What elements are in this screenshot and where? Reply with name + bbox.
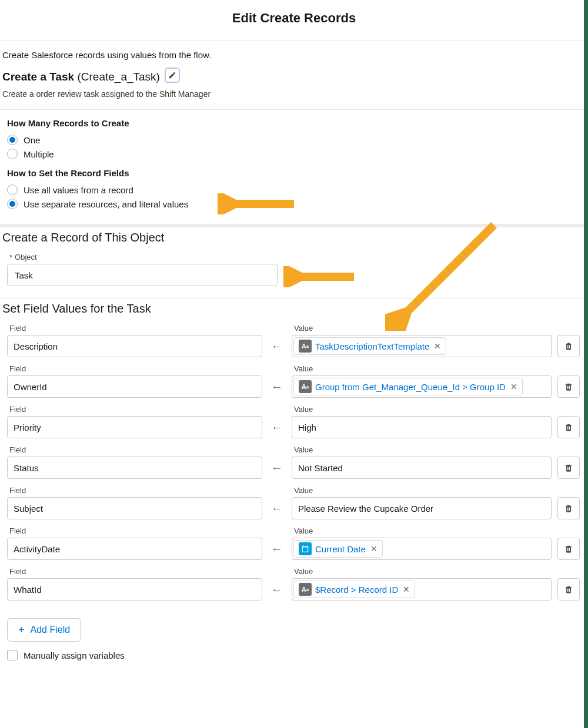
radio-multiple-label: Multiple — [24, 149, 54, 159]
field-input[interactable]: Description — [7, 335, 262, 357]
radio-multiple[interactable] — [7, 149, 18, 159]
field-input[interactable]: ActivityDate — [7, 538, 262, 560]
radio-one[interactable] — [7, 135, 18, 145]
delete-row-button[interactable] — [557, 416, 580, 438]
radio-separate[interactable] — [7, 199, 18, 209]
value-label: Value — [294, 364, 549, 373]
manual-assign-label: Manually assign variables — [24, 650, 125, 660]
value-pill[interactable]: Aa TaskDescriptionTextTemplate ✕ — [293, 337, 446, 355]
edit-label-button[interactable] — [165, 68, 179, 82]
field-input[interactable]: Status — [7, 457, 262, 479]
field-label: Field — [9, 445, 260, 454]
value-input[interactable]: Aa Group from Get_Manager_Queue_Id > Gro… — [292, 375, 552, 398]
manual-assign-checkbox[interactable] — [7, 650, 18, 660]
field-label: Field — [9, 324, 260, 333]
pill-label: Current Date — [315, 544, 366, 554]
value-pill[interactable]: Aa $Record > Record ID ✕ — [293, 581, 415, 598]
value-pill[interactable]: Aa Group from Get_Manager_Queue_Id > Gro… — [293, 378, 523, 395]
value-input[interactable]: Aa TaskDescriptionTextTemplate ✕ — [292, 335, 552, 357]
value-input[interactable]: Not Started — [292, 457, 552, 479]
pill-remove-icon[interactable]: ✕ — [433, 341, 441, 351]
how-set-radio-group: Use all values from a record Use separat… — [7, 183, 581, 211]
pill-label: TaskDescriptionTextTemplate — [315, 341, 429, 351]
field-row: Field Status ← Value Not Started — [7, 445, 581, 479]
assign-arrow-icon: ← — [268, 457, 286, 479]
field-label: Field — [9, 567, 260, 576]
field-name: Status — [14, 463, 39, 473]
radio-use-all[interactable] — [7, 184, 18, 195]
field-name: Subject — [14, 504, 43, 514]
value-label: Value — [294, 526, 549, 535]
pill-label: Group from Get_Manager_Queue_Id > Group … — [315, 382, 506, 392]
field-name: Description — [14, 341, 58, 351]
field-row: Field Priority ← Value High — [7, 405, 581, 438]
delete-row-button[interactable] — [557, 457, 580, 479]
field-row: Field Subject ← Value Please Review the … — [7, 486, 581, 519]
delete-row-button[interactable] — [557, 538, 580, 560]
pill-label: $Record > Record ID — [315, 585, 398, 595]
assign-arrow-icon: ← — [268, 497, 286, 519]
pencil-icon — [168, 71, 176, 79]
value-input[interactable]: Aa $Record > Record ID ✕ — [292, 578, 552, 600]
value-pill[interactable]: Current Date ✕ — [293, 540, 383, 558]
assign-arrow-icon: ← — [268, 335, 286, 357]
element-description: Create a order review task assigned to t… — [0, 83, 588, 110]
element-api-name: (Create_a_Task) — [77, 71, 159, 83]
radio-one-label: One — [24, 135, 40, 145]
fields-section-heading: Set Field Values for the Task — [2, 302, 588, 316]
field-row: Field WhatId ← Value Aa $Record > Record… — [7, 567, 581, 600]
value-label: Value — [294, 405, 549, 414]
field-label: Field — [9, 364, 260, 373]
delete-row-button[interactable] — [557, 375, 580, 398]
delete-row-button[interactable] — [557, 497, 580, 519]
object-section-heading: Create a Record of This Object — [2, 231, 588, 244]
value-text: High — [298, 422, 316, 432]
delete-row-button[interactable] — [557, 578, 580, 600]
assign-arrow-icon: ← — [268, 375, 286, 398]
radio-use-all-label: Use all values from a record — [24, 185, 133, 195]
value-input[interactable]: Current Date ✕ — [292, 538, 552, 560]
field-row: Field OwnerId ← Value Aa Group from Get_… — [7, 364, 581, 398]
element-label: Create a Task — [2, 71, 74, 83]
value-text: Please Review the Cupcake Order — [298, 504, 433, 514]
pill-remove-icon[interactable]: ✕ — [402, 585, 410, 594]
field-label: Field — [9, 486, 260, 495]
window-edge — [584, 0, 588, 672]
field-name: OwnerId — [14, 382, 47, 392]
field-label: Field — [9, 526, 260, 535]
value-label: Value — [294, 486, 549, 495]
field-row: Field Description ← Value Aa TaskDescrip… — [7, 324, 581, 357]
intro-text: Create Salesforce records using values f… — [0, 41, 588, 60]
pill-remove-icon[interactable]: ✕ — [509, 382, 517, 391]
field-input[interactable]: OwnerId — [7, 375, 262, 398]
field-name: Priority — [14, 422, 41, 432]
how-many-heading: How Many Records to Create — [7, 118, 581, 128]
field-input[interactable]: Priority — [7, 416, 262, 438]
assign-arrow-icon: ← — [268, 578, 286, 600]
add-field-label: Add Field — [31, 625, 71, 635]
value-input[interactable]: Please Review the Cupcake Order — [292, 497, 552, 519]
how-set-heading: How to Set the Record Fields — [7, 168, 581, 178]
field-input[interactable]: Subject — [7, 497, 262, 519]
field-input[interactable]: WhatId — [7, 578, 262, 600]
field-label: Field — [9, 405, 260, 414]
object-input[interactable]: Task — [7, 264, 278, 286]
delete-row-button[interactable] — [557, 335, 580, 357]
assign-arrow-icon: ← — [268, 538, 286, 560]
assign-arrow-icon: ← — [268, 416, 286, 438]
field-name: WhatId — [14, 585, 42, 595]
field-row: Field ActivityDate ← Value Current Date … — [7, 526, 581, 560]
page-title: Edit Create Records — [0, 0, 588, 41]
add-field-button[interactable]: + Add Field — [7, 618, 81, 642]
pill-remove-icon[interactable]: ✕ — [369, 544, 377, 553]
plus-icon: + — [18, 625, 25, 635]
value-label: Value — [294, 324, 549, 333]
value-label: Value — [294, 567, 549, 576]
value-label: Value — [294, 445, 549, 454]
value-text: Not Started — [298, 463, 343, 473]
radio-separate-label: Use separate resources, and literal valu… — [24, 199, 188, 209]
how-many-radio-group: One Multiple — [7, 133, 581, 161]
field-name: ActivityDate — [14, 544, 60, 554]
object-label: Object — [9, 253, 579, 261]
value-input[interactable]: High — [292, 416, 552, 438]
